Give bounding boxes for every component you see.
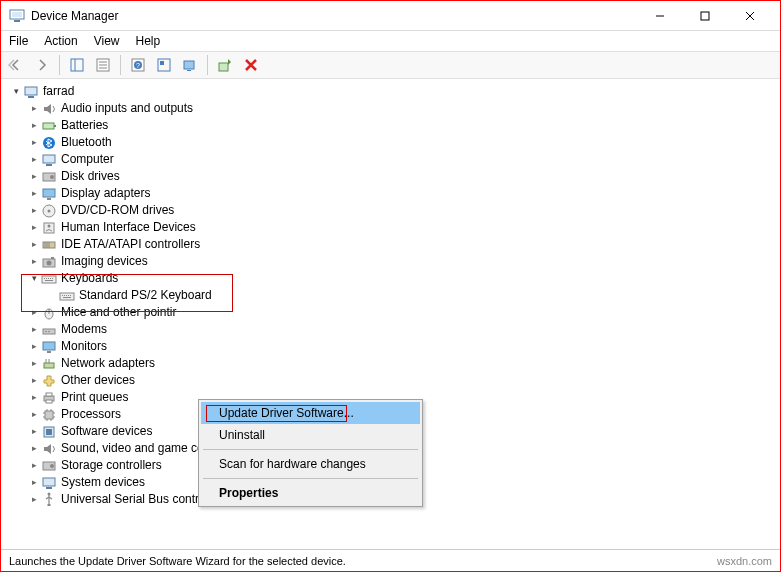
scan-hardware-button[interactable]	[179, 54, 201, 76]
expand-icon[interactable]: ▸	[27, 151, 41, 168]
expand-icon[interactable]: ▸	[27, 457, 41, 474]
tree-item[interactable]: ▸Other devices	[9, 372, 780, 389]
tree-item[interactable]: ▾Keyboards	[9, 270, 780, 287]
expand-icon[interactable]: ▸	[27, 185, 41, 202]
tree-item-label: Processors	[61, 406, 121, 423]
menu-help[interactable]: Help	[136, 34, 161, 48]
expand-icon[interactable]: ▸	[27, 219, 41, 236]
tree-item[interactable]: ▸Mice and other pointir	[9, 304, 780, 321]
help-button[interactable]: ?	[127, 54, 149, 76]
svg-rect-46	[48, 278, 49, 279]
tree-item[interactable]: ▸Bluetooth	[9, 134, 780, 151]
expand-icon[interactable]: ▸	[27, 423, 41, 440]
uninstall-button[interactable]	[240, 54, 262, 76]
svg-point-85	[48, 492, 51, 495]
svg-rect-62	[43, 342, 55, 350]
svg-rect-55	[70, 295, 71, 296]
expand-icon[interactable]: ▸	[27, 372, 41, 389]
tree-item[interactable]: ▸Disk drives	[9, 168, 780, 185]
expand-icon[interactable]: ▸	[27, 304, 41, 321]
keyboard-icon	[59, 288, 75, 304]
ctx-separator	[203, 478, 418, 479]
tree-item-label: Network adapters	[61, 355, 155, 372]
ctx-uninstall[interactable]: Uninstall	[201, 424, 420, 446]
svg-rect-86	[48, 504, 51, 506]
svg-rect-68	[46, 393, 52, 396]
tree-item-label: DVD/CD-ROM drives	[61, 202, 174, 219]
device-icon	[41, 254, 57, 270]
tree-item-label: Display adapters	[61, 185, 150, 202]
tree-item[interactable]: ▸Monitors	[9, 338, 780, 355]
expand-icon[interactable]: ▸	[27, 474, 41, 491]
update-driver-button[interactable]	[214, 54, 236, 76]
tree-item[interactable]: ▸Human Interface Devices	[9, 219, 780, 236]
ctx-update-driver[interactable]: Update Driver Software...	[201, 402, 420, 424]
expand-icon[interactable]: ▸	[27, 202, 41, 219]
device-icon	[41, 135, 57, 151]
tree-item-label: Software devices	[61, 423, 152, 440]
svg-rect-42	[51, 257, 54, 259]
svg-rect-30	[43, 189, 55, 197]
tree-item[interactable]: ▸DVD/CD-ROM drives	[9, 202, 780, 219]
close-button[interactable]	[727, 2, 772, 30]
expand-icon[interactable]: ▸	[27, 253, 41, 270]
device-tree[interactable]: ▾ farrad ▸Audio inputs and outputs▸Batte…	[1, 79, 780, 543]
menu-action[interactable]: Action	[44, 34, 77, 48]
svg-rect-4	[701, 12, 709, 20]
back-button[interactable]	[5, 54, 27, 76]
minimize-button[interactable]	[637, 2, 682, 30]
tree-item-child[interactable]: Standard PS/2 Keyboard	[9, 287, 780, 304]
ctx-properties[interactable]: Properties	[201, 482, 420, 504]
expand-icon[interactable]: ▸	[27, 389, 41, 406]
watermark: wsxdn.com	[717, 555, 772, 567]
svg-point-61	[48, 330, 50, 332]
svg-rect-50	[60, 293, 74, 300]
maximize-button[interactable]	[682, 2, 727, 30]
expand-icon[interactable]: ▸	[27, 134, 41, 151]
menu-file[interactable]: File	[9, 34, 28, 48]
svg-rect-17	[160, 61, 164, 65]
svg-rect-24	[54, 125, 56, 127]
tree-item[interactable]: ▸Computer	[9, 151, 780, 168]
expand-icon[interactable]: ▸	[27, 168, 41, 185]
tree-item-label: Monitors	[61, 338, 107, 355]
root-node[interactable]: ▾ farrad	[9, 83, 780, 100]
tree-item-label: System devices	[61, 474, 145, 491]
svg-text:?: ?	[136, 62, 140, 69]
tree-item[interactable]: ▸IDE ATA/ATAPI controllers	[9, 236, 780, 253]
device-icon	[41, 441, 57, 457]
tree-item[interactable]: ▸Batteries	[9, 117, 780, 134]
expand-icon[interactable]: ▸	[27, 355, 41, 372]
expand-icon[interactable]: ▸	[27, 338, 41, 355]
device-icon	[41, 458, 57, 474]
menu-view[interactable]: View	[94, 34, 120, 48]
show-hide-tree-button[interactable]	[66, 54, 88, 76]
expand-icon[interactable]: ▾	[9, 83, 23, 100]
device-icon	[41, 271, 57, 287]
svg-rect-47	[50, 278, 51, 279]
expand-icon[interactable]: ▸	[27, 440, 41, 457]
expand-icon[interactable]: ▾	[27, 270, 41, 287]
expand-icon[interactable]: ▸	[27, 406, 41, 423]
tree-item[interactable]: ▸Display adapters	[9, 185, 780, 202]
ctx-scan[interactable]: Scan for hardware changes	[201, 453, 420, 475]
device-icon	[41, 152, 57, 168]
expand-icon[interactable]: ▸	[27, 236, 41, 253]
tree-item[interactable]: ▸Network adapters	[9, 355, 780, 372]
computer-icon	[23, 84, 39, 100]
expand-icon[interactable]: ▸	[27, 321, 41, 338]
tree-item[interactable]: ▸Imaging devices	[9, 253, 780, 270]
svg-rect-80	[46, 429, 52, 435]
expand-icon[interactable]: ▸	[27, 100, 41, 117]
device-icon	[41, 424, 57, 440]
expand-icon[interactable]: ▸	[27, 491, 41, 508]
toolbar-btn-5[interactable]	[153, 54, 175, 76]
properties-button[interactable]	[92, 54, 114, 76]
tree-item[interactable]: ▸Audio inputs and outputs	[9, 100, 780, 117]
tree-item[interactable]: ▸Modems	[9, 321, 780, 338]
forward-button[interactable]	[31, 54, 53, 76]
menubar: File Action View Help	[1, 31, 780, 51]
svg-rect-44	[44, 278, 45, 279]
tree-item-label: Disk drives	[61, 168, 120, 185]
expand-icon[interactable]: ▸	[27, 117, 41, 134]
